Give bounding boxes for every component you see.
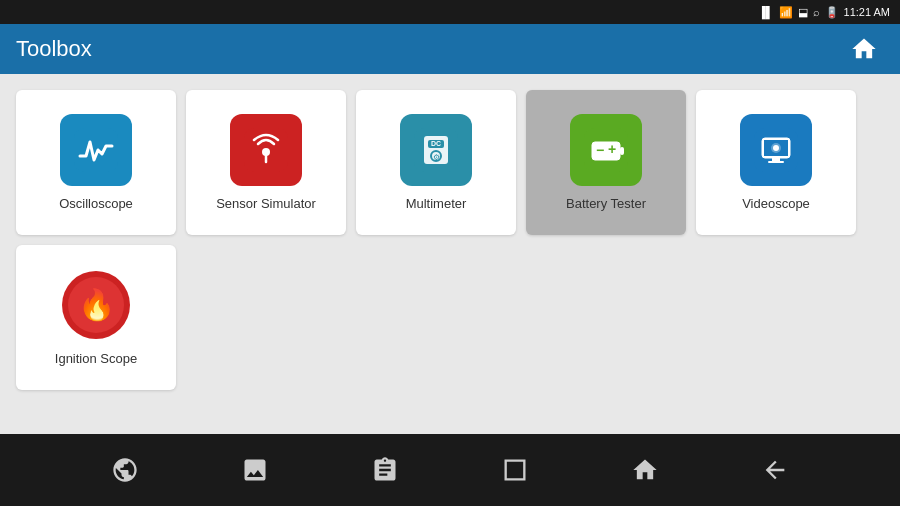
multimeter-card[interactable]: ⚙ DC Multimeter: [356, 90, 516, 235]
nav-home-button[interactable]: [620, 445, 670, 495]
toolbar: Toolbox: [0, 24, 900, 74]
svg-point-19: [773, 145, 779, 151]
nav-bar: [0, 434, 900, 506]
sensor-simulator-icon-bg: [230, 114, 302, 186]
signal-icon: ▐▌: [758, 6, 774, 18]
location-icon: ⌕: [813, 6, 820, 18]
nav-globe-button[interactable]: [100, 445, 150, 495]
wifi-icon: 📶: [779, 6, 793, 19]
videoscope-icon: [754, 128, 798, 172]
svg-rect-0: [74, 128, 118, 172]
bluetooth-icon: ⬓: [798, 6, 808, 19]
nav-back-button[interactable]: [750, 445, 800, 495]
videoscope-label: Videoscope: [742, 196, 810, 211]
oscilloscope-card[interactable]: Oscilloscope: [16, 90, 176, 235]
svg-rect-12: [620, 147, 624, 155]
home-icon: [850, 35, 878, 63]
status-icons: ▐▌ 📶 ⬓ ⌕ 🪫 11:21 AM: [758, 6, 890, 19]
battery-icon: 🪫: [825, 6, 839, 19]
clipboard-icon: [371, 456, 399, 484]
sensor-simulator-label: Sensor Simulator: [216, 196, 316, 211]
battery-tester-icon: − +: [584, 128, 628, 172]
tool-row-1: Oscilloscope Sensor Simulator: [16, 90, 884, 235]
multimeter-icon-bg: ⚙ DC: [400, 114, 472, 186]
svg-text:−: −: [596, 142, 604, 158]
back-icon: [761, 456, 789, 484]
globe-icon: [111, 456, 139, 484]
oscilloscope-icon: [74, 128, 118, 172]
nav-clipboard-button[interactable]: [360, 445, 410, 495]
nav-home-icon: [631, 456, 659, 484]
nav-image-button[interactable]: [230, 445, 280, 495]
status-bar: ▐▌ 📶 ⬓ ⌕ 🪫 11:21 AM: [0, 0, 900, 24]
status-time: 11:21 AM: [844, 6, 890, 18]
videoscope-card[interactable]: Videoscope: [696, 90, 856, 235]
square-icon: [501, 456, 529, 484]
main-content: Oscilloscope Sensor Simulator: [0, 74, 900, 434]
battery-tester-card[interactable]: − + Battery Tester: [526, 90, 686, 235]
toolbar-title: Toolbox: [16, 36, 92, 62]
image-icon: [241, 456, 269, 484]
ignition-scope-icon: 🔥: [60, 269, 132, 341]
oscilloscope-label: Oscilloscope: [59, 196, 133, 211]
tool-row-2: 🔥 Ignition Scope: [16, 245, 884, 390]
battery-tester-icon-bg: − +: [570, 114, 642, 186]
nav-square-button[interactable]: [490, 445, 540, 495]
svg-text:+: +: [608, 141, 616, 157]
multimeter-icon: ⚙ DC: [414, 128, 458, 172]
svg-text:⚙: ⚙: [433, 153, 440, 162]
ignition-scope-label: Ignition Scope: [55, 351, 137, 366]
sensor-simulator-icon: [244, 128, 288, 172]
oscilloscope-icon-bg: [60, 114, 132, 186]
battery-tester-label: Battery Tester: [566, 196, 646, 211]
multimeter-label: Multimeter: [406, 196, 467, 211]
svg-rect-20: [772, 158, 780, 161]
svg-text:DC: DC: [431, 140, 441, 147]
svg-rect-21: [768, 161, 784, 163]
home-button[interactable]: [844, 29, 884, 69]
ignition-scope-icon-bg: 🔥: [60, 269, 132, 341]
svg-text:🔥: 🔥: [78, 287, 116, 323]
sensor-simulator-card[interactable]: Sensor Simulator: [186, 90, 346, 235]
videoscope-icon-bg: [740, 114, 812, 186]
ignition-scope-card[interactable]: 🔥 Ignition Scope: [16, 245, 176, 390]
